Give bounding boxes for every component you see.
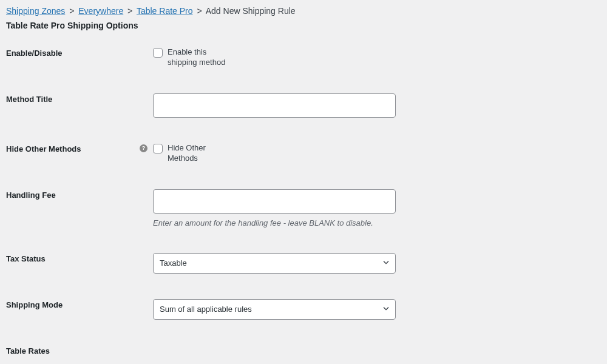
breadcrumb: Shipping Zones > Everywhere > Table Rate… [6,6,601,16]
breadcrumb-link-table-rate-pro[interactable]: Table Rate Pro [137,6,193,16]
breadcrumb-current: Add New Shipping Rule [206,6,296,16]
tax-status-label: Tax Status [6,253,140,263]
breadcrumb-separator: > [195,6,203,16]
handling-fee-description: Enter an amount for the handling fee - l… [153,218,396,228]
hide-others-checkbox-label: Hide Other Methods [168,143,232,164]
breadcrumb-separator: > [126,6,134,16]
handling-fee-label: Handling Fee [6,189,140,200]
table-rates-row: Table Rates [6,345,601,356]
tax-status-select[interactable]: Taxable [153,253,396,274]
handling-fee-row: Handling Fee Enter an amount for the han… [6,189,601,228]
shipping-mode-label: Shipping Mode [6,299,140,309]
breadcrumb-link-everywhere[interactable]: Everywhere [78,6,123,16]
method-title-input[interactable] [153,93,396,118]
method-title-row: Method Title [6,93,601,118]
method-title-label: Method Title [6,93,140,104]
enable-disable-row: Enable/Disable Enable this shipping meth… [6,47,601,68]
shipping-mode-select[interactable]: Sum of all applicable rules [153,299,396,320]
enable-checkbox-wrap[interactable]: Enable this shipping method [153,47,232,68]
hide-others-checkbox[interactable] [153,144,163,153]
breadcrumb-separator: > [67,6,76,16]
help-tooltip-icon[interactable]: ? [140,144,148,152]
enable-checkbox-label: Enable this shipping method [168,47,232,68]
enable-disable-label: Enable/Disable [6,47,140,58]
enable-checkbox[interactable] [153,48,163,58]
tax-status-row: Tax Status Taxable [6,253,601,274]
breadcrumb-link-shipping-zones[interactable]: Shipping Zones [6,6,65,16]
shipping-options-form: Enable/Disable Enable this shipping meth… [6,47,601,356]
table-rates-label: Table Rates [6,345,140,356]
shipping-mode-row: Shipping Mode Sum of all applicable rule… [6,299,601,320]
hide-other-methods-row: Hide Other Methods ? Hide Other Methods [6,143,601,164]
hide-other-methods-label: Hide Other Methods [6,143,140,153]
page-title: Table Rate Pro Shipping Options [6,21,601,30]
hide-others-checkbox-wrap[interactable]: Hide Other Methods [153,143,232,164]
handling-fee-input[interactable] [153,189,396,214]
